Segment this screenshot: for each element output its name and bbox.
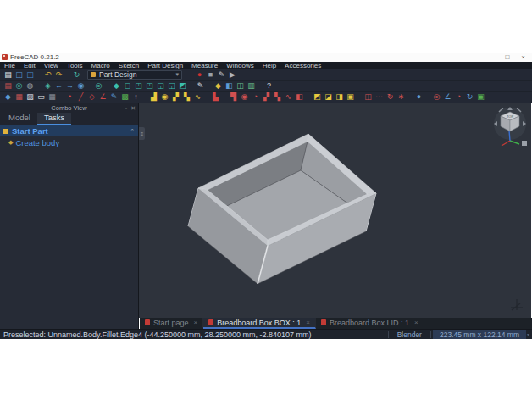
task-section-start-part[interactable]: Start Part ⌃ (0, 125, 138, 136)
minimize-button[interactable]: – (490, 53, 493, 61)
polar-pattern-icon[interactable]: ↻ (385, 92, 396, 103)
workbench-selector[interactable]: Part Design ▾ (87, 70, 182, 80)
new-file-icon[interactable]: ▤ (3, 69, 14, 80)
subtractive-loft-icon[interactable]: ▞ (261, 92, 272, 103)
undo-icon[interactable]: ↶ (42, 69, 53, 80)
save-icon[interactable]: ◳ (25, 69, 36, 80)
task-create-body[interactable]: ◆ Create body (0, 136, 138, 148)
macro-stop-icon[interactable]: ■ (205, 69, 216, 80)
menu-part-design[interactable]: Part Design (143, 62, 187, 69)
edit-sketch-icon[interactable]: ✎ (108, 92, 119, 103)
thickness-icon[interactable]: ▣ (345, 92, 356, 103)
subtractive-pipe-icon[interactable]: ▚ (272, 92, 283, 103)
redo-icon[interactable]: ↷ (53, 69, 64, 80)
menu-file[interactable]: File (0, 62, 19, 69)
mirrored-icon[interactable]: ◫ (363, 92, 374, 103)
additive-box-icon[interactable]: ▙ (210, 92, 221, 103)
datum-box-icon[interactable]: ▭ (36, 92, 47, 103)
make-link-icon[interactable]: ◫ (235, 81, 246, 91)
pocket-icon[interactable]: ▜ (228, 92, 239, 103)
group-icon[interactable]: ◧ (224, 81, 235, 91)
menu-windows[interactable]: Windows (222, 62, 258, 69)
hole-icon[interactable]: ◉ (239, 92, 250, 103)
open-file-icon[interactable]: ◱ (14, 69, 25, 80)
tab-close-icon[interactable]: × (414, 319, 418, 326)
measure-radius-icon[interactable]: ◔ (453, 92, 464, 103)
measure-refresh-icon[interactable]: ↻ (464, 92, 475, 103)
macro-play-icon[interactable]: ▶ (227, 69, 238, 80)
std-part-icon[interactable]: ◆ (213, 81, 224, 91)
nav-forward-icon[interactable]: → (64, 81, 75, 91)
linear-pattern-icon[interactable]: ⋯ (374, 92, 385, 103)
revolution-icon[interactable]: ◉ (159, 92, 170, 103)
create-body-icon[interactable]: ◆ (3, 92, 14, 103)
tab-breadboard-box-box[interactable]: Breadboard Box BOX : 1 × (203, 318, 316, 329)
measure-angular-icon[interactable]: ∠ (442, 92, 453, 103)
menu-tools[interactable]: Tools (63, 62, 87, 69)
validate-sketch-icon[interactable]: ▩ (119, 92, 130, 103)
additive-helix-icon[interactable]: ∿ (192, 92, 203, 103)
pad-icon[interactable]: ▟ (148, 92, 159, 103)
refresh-icon[interactable]: ↻ (71, 69, 82, 80)
close-button[interactable]: × (521, 53, 525, 61)
view-sync-icon[interactable]: ◈ (42, 81, 53, 91)
menu-macro[interactable]: Macro (87, 62, 114, 69)
menu-help[interactable]: Help (258, 62, 280, 69)
sketch-pen-icon[interactable]: ✎ (195, 81, 206, 91)
float-panel-icon[interactable]: ▫ (125, 105, 127, 111)
tab-tasks[interactable]: Tasks (37, 111, 71, 125)
draw-style-icon[interactable]: ◍ (25, 81, 36, 91)
groove-icon[interactable]: ◔ (250, 92, 261, 103)
clear-measurement-icon[interactable]: ▣ (475, 92, 486, 103)
view-rear-icon[interactable]: ◱ (155, 81, 166, 91)
combo-view-header[interactable]: Combo View ▫ ✕ (0, 103, 138, 113)
boolean-icon[interactable]: ◧ (294, 92, 305, 103)
nav-back-icon[interactable]: ← (53, 81, 64, 91)
menu-view[interactable]: View (40, 62, 63, 69)
view-top-icon[interactable]: ◰ (133, 81, 144, 91)
view-left-icon[interactable]: ◩ (177, 81, 188, 91)
paint-icon[interactable]: ▨ (25, 92, 36, 103)
macro-record-icon[interactable]: ● (194, 69, 205, 80)
tab-close-icon[interactable]: × (306, 319, 310, 326)
leave-sketch-icon[interactable]: ↑ (130, 92, 141, 103)
shape-binder-icon[interactable]: ▦ (47, 92, 58, 103)
replace-link-icon[interactable]: ▥ (246, 81, 257, 91)
map-appearance-icon[interactable]: ▦ (14, 92, 25, 103)
menu-edit[interactable]: Edit (19, 62, 40, 69)
box-model[interactable] (139, 103, 531, 318)
additive-pipe-icon[interactable]: ▚ (181, 92, 192, 103)
view-front-icon[interactable]: ◻ (122, 81, 133, 91)
menu-accessories[interactable]: Accessories (280, 62, 325, 69)
tab-breadboard-box-lid[interactable]: Breadboard Box LID : 1 × (316, 318, 424, 329)
subtractive-helix-icon[interactable]: ∿ (283, 92, 294, 103)
sketch-rhombus-icon[interactable]: ◇ (86, 92, 97, 103)
menu-sketch[interactable]: Sketch (114, 62, 143, 69)
chamfer-icon[interactable]: ◪ (323, 92, 334, 103)
fillet-icon[interactable]: ◩ (312, 92, 323, 103)
view-isometric-icon[interactable]: ◆ (111, 81, 122, 91)
overlay-toggle-button[interactable]: ≡ (139, 127, 145, 140)
draft-icon[interactable]: ◨ (334, 92, 345, 103)
view-bottom-icon[interactable]: ◲ (166, 81, 177, 91)
sketch-point-icon[interactable]: • (64, 92, 75, 103)
tab-close-icon[interactable]: × (194, 319, 198, 326)
tab-start-page[interactable]: Start page × (140, 318, 203, 329)
nav-style-indicator[interactable]: Blender (391, 331, 429, 339)
navigation-cube[interactable]: TOP (490, 105, 529, 149)
sketch-external-icon[interactable]: ∠ (97, 92, 108, 103)
view-right-icon[interactable]: ◳ (144, 81, 155, 91)
maximize-button[interactable]: □ (505, 53, 509, 61)
tab-model[interactable]: Model (2, 111, 37, 125)
zoom-select-icon[interactable]: ◎ (93, 81, 104, 91)
macro-edit-icon[interactable]: ✎ (216, 69, 227, 80)
sketch-line-icon[interactable]: ╱ (75, 92, 86, 103)
additive-loft-icon[interactable]: ▞ (170, 92, 181, 103)
zoom-fit-icon[interactable]: ◎ (14, 81, 25, 91)
close-panel-icon[interactable]: ✕ (130, 105, 136, 112)
3d-viewport[interactable]: ≡ TOP (139, 103, 531, 318)
multitransform-icon[interactable]: ∗ (396, 92, 407, 103)
involute-gear-icon[interactable]: ● (413, 92, 424, 103)
collapse-chevron-icon[interactable]: ⌃ (130, 128, 135, 135)
whatsthis-icon[interactable]: ? (263, 81, 274, 91)
